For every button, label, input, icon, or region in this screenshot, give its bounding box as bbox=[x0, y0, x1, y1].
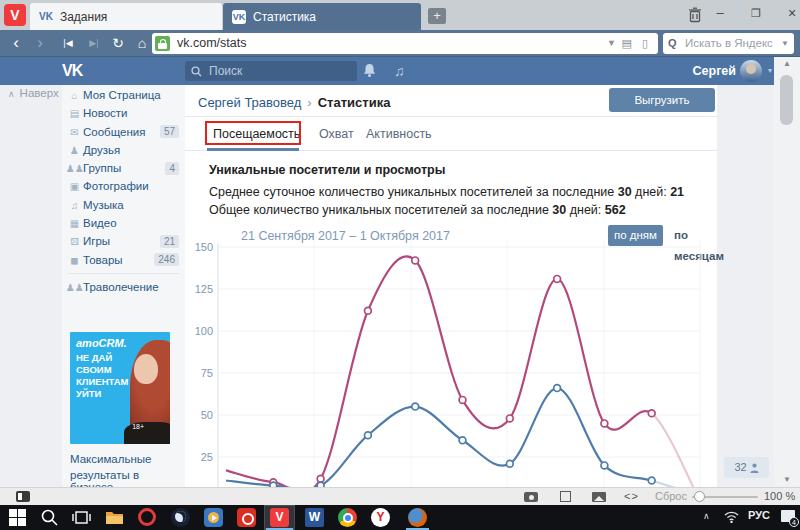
svg-text:150: 150 bbox=[195, 241, 213, 253]
window-minimize-button[interactable]: – bbox=[706, 2, 734, 24]
tab-title: Статистика bbox=[253, 10, 316, 24]
sidebar-item-8[interactable]: ⚄Игры21 bbox=[62, 232, 185, 250]
new-tab-button[interactable]: + bbox=[428, 8, 446, 24]
export-statistics-button[interactable]: Выгрузить статистику bbox=[609, 88, 715, 112]
bookmark-icon[interactable]: ▯ bbox=[642, 33, 648, 54]
word-icon[interactable]: W bbox=[305, 508, 324, 527]
panel-toggle-icon[interactable] bbox=[16, 491, 30, 502]
sidebar-item-label: Товары bbox=[83, 254, 123, 266]
stat-line-total: Общее количество уникальных посетителей … bbox=[209, 203, 626, 217]
sidebar-item-label: Группы bbox=[83, 162, 121, 174]
tab-activity[interactable]: Активность bbox=[366, 123, 432, 145]
file-explorer-icon[interactable] bbox=[105, 508, 124, 527]
sidebar-item-10[interactable]: ♟♟Траволечение bbox=[62, 278, 185, 296]
online-count: 32 bbox=[734, 461, 746, 473]
closed-tabs-trash-icon[interactable] bbox=[688, 7, 702, 23]
reader-view-icon[interactable]: ▤ bbox=[622, 33, 632, 54]
window-close-button[interactable]: × bbox=[778, 2, 800, 24]
firefox-icon[interactable] bbox=[408, 508, 427, 527]
browser-tab-zadaniya[interactable]: VK Задания bbox=[30, 3, 222, 30]
recorder-app-icon[interactable] bbox=[237, 508, 256, 527]
zoom-reset-button[interactable]: Сброс bbox=[655, 488, 687, 505]
ad-text: СВОИМ bbox=[76, 364, 112, 375]
back-button[interactable]: ‹ bbox=[6, 30, 26, 56]
opera-icon[interactable] bbox=[138, 508, 156, 526]
chrome-icon[interactable] bbox=[338, 508, 357, 527]
moon-app-icon[interactable] bbox=[171, 508, 190, 527]
breadcrumb-user-link[interactable]: Сергей Травовед bbox=[198, 95, 301, 110]
home-button[interactable]: ⌂ bbox=[132, 30, 152, 56]
toggle-images-icon[interactable] bbox=[592, 492, 606, 502]
search-dropdown-caret-icon[interactable]: ▼ bbox=[781, 33, 789, 54]
page-actions-icon[interactable]: <> bbox=[624, 488, 639, 505]
scroll-up-arrow[interactable]: ▲ bbox=[774, 57, 800, 71]
browser-toolbar: ‹ › |◀ ▶| ↻ ⌂ vk.com/stats ▼ ▤ ▯ Q Искат… bbox=[0, 30, 800, 57]
wifi-icon[interactable] bbox=[724, 511, 739, 526]
browser-window: V VK Задания VK Статистика + – ❐ × ‹ › |… bbox=[0, 0, 800, 530]
notifications-bell-icon[interactable] bbox=[362, 63, 377, 81]
sidebar-item-5[interactable]: ▣Фотографии bbox=[62, 177, 185, 195]
user-name[interactable]: Сергей bbox=[693, 57, 736, 85]
tray-expand-chevron-icon[interactable]: ∧ bbox=[703, 511, 710, 521]
music-note-icon[interactable]: ♫ bbox=[394, 57, 405, 85]
online-friends-badge[interactable]: 32 bbox=[724, 457, 769, 478]
ad-image[interactable]: amoCRM. НЕ ДАЙ СВОИМ КЛИЕНТАМ УЙТИ 18+ bbox=[70, 332, 170, 444]
back-to-top-link[interactable]: ∧Наверх bbox=[8, 87, 59, 99]
forward-button[interactable]: › bbox=[30, 30, 50, 56]
task-view-icon[interactable] bbox=[72, 508, 91, 527]
vk-search-input[interactable]: Поиск bbox=[185, 61, 357, 81]
ad-model-photo bbox=[124, 422, 170, 444]
browser-tab-bar: V VK Задания VK Статистика + – ❐ × bbox=[0, 0, 800, 30]
address-bar[interactable]: vk.com/stats ▼ ▤ ▯ bbox=[152, 33, 658, 54]
fast-forward-button[interactable]: ▶| bbox=[82, 30, 106, 56]
sidebar-item-2[interactable]: ✉Сообщения57 bbox=[62, 123, 185, 141]
ssl-lock-icon[interactable] bbox=[155, 36, 170, 51]
scroll-down-arrow[interactable]: ▼ bbox=[774, 473, 800, 487]
sidebar-item-4[interactable]: ♟♟Группы4 bbox=[62, 159, 185, 177]
vk-page: VK Поиск ♫ Сергей ▾ ∧Наверх ⌂Моя Страниц… bbox=[0, 57, 774, 487]
scrollbar[interactable]: ▲ ▼ bbox=[774, 57, 800, 487]
sidebar-item-3[interactable]: ♟Друзья bbox=[62, 141, 185, 159]
url-text[interactable]: vk.com/stats bbox=[177, 33, 246, 54]
sidebar-item-icon: ♟♟ bbox=[66, 160, 83, 178]
sidebar-item-icon: ⚄ bbox=[66, 233, 83, 251]
rewind-button[interactable]: |◀ bbox=[56, 30, 80, 56]
scrollbar-thumb[interactable] bbox=[780, 75, 793, 125]
sidebar-item-0[interactable]: ⌂Моя Страница bbox=[62, 86, 185, 104]
browser-tab-statistika-active[interactable]: VK Статистика bbox=[223, 3, 421, 30]
sidebar-item-9[interactable]: ◼Товары246 bbox=[62, 251, 185, 269]
vivaldi-menu-button[interactable]: V bbox=[4, 4, 26, 26]
yandex-search-field[interactable]: Q Искать в Яндекс ▼ bbox=[663, 33, 794, 54]
user-menu-caret-icon[interactable]: ▾ bbox=[768, 57, 772, 85]
section-title: Уникальные посетители и просмотры bbox=[209, 163, 445, 177]
zoom-slider-knob[interactable] bbox=[694, 491, 705, 502]
window-maximize-button[interactable]: ❐ bbox=[742, 2, 770, 24]
search-icon bbox=[191, 66, 202, 77]
search-engine-icon[interactable]: Q bbox=[668, 33, 677, 54]
vivaldi-taskbar-icon[interactable]: V bbox=[270, 508, 289, 527]
url-dropdown-caret-icon[interactable]: ▼ bbox=[607, 33, 616, 54]
capture-camera-icon[interactable] bbox=[524, 492, 538, 502]
start-button[interactable] bbox=[8, 508, 27, 527]
sidebar-item-7[interactable]: ▦Видео bbox=[62, 214, 185, 232]
sidebar-item-label: Фотографии bbox=[83, 180, 149, 192]
sidebar-item-label: Моя Страница bbox=[83, 89, 161, 101]
svg-text:25: 25 bbox=[201, 451, 213, 463]
tile-windows-icon[interactable] bbox=[560, 491, 571, 502]
reload-button[interactable]: ↻ bbox=[108, 30, 128, 56]
yandex-browser-icon[interactable]: Y bbox=[371, 508, 390, 527]
sidebar-item-6[interactable]: ♫Музыка bbox=[62, 196, 185, 214]
sidebar-item-1[interactable]: ▤Новости bbox=[62, 104, 185, 122]
media-player-icon[interactable] bbox=[204, 508, 223, 527]
breadcrumb: Сергей Травовед›Статистика bbox=[198, 95, 390, 110]
taskbar-search-icon[interactable] bbox=[40, 508, 59, 527]
sidebar-item-label: Новости bbox=[83, 107, 128, 119]
avatar[interactable] bbox=[740, 60, 762, 82]
svg-text:100: 100 bbox=[195, 325, 213, 337]
language-indicator[interactable]: РУС bbox=[748, 509, 770, 521]
sidebar-item-icon: ▣ bbox=[66, 178, 83, 196]
ad-caption-link[interactable]: Максимальные bbox=[70, 453, 151, 465]
stat-line-average: Среднее суточное количество уникальных п… bbox=[209, 185, 684, 199]
tab-reach[interactable]: Охват bbox=[319, 123, 354, 145]
vk-logo[interactable]: VK bbox=[62, 57, 82, 85]
